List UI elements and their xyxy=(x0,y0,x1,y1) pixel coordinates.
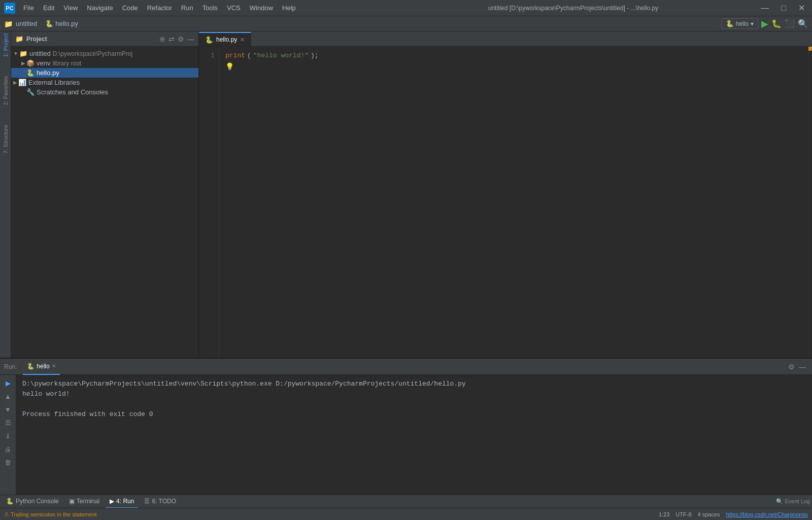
menu-run[interactable]: Run xyxy=(177,3,197,13)
terminal-icon: ▣ xyxy=(69,498,75,505)
panel-collapse-button[interactable]: ⇄ xyxy=(168,35,175,43)
run-play-tool[interactable]: ▶ xyxy=(2,377,14,389)
tab-close-button[interactable]: ✕ xyxy=(240,37,245,43)
run-soft-wrap[interactable]: ⇓ xyxy=(2,430,14,442)
menu-window[interactable]: Window xyxy=(246,3,277,13)
run-tab-close[interactable]: ✕ xyxy=(52,363,56,369)
breadcrumb-file[interactable]: hello.py xyxy=(55,20,78,27)
tab-run[interactable]: ▶ 4: Run xyxy=(106,495,138,508)
run-config-button[interactable]: 🐍 hello ▾ xyxy=(721,18,758,29)
sidebar-item-favorites[interactable]: 2: Favorites xyxy=(3,74,9,107)
status-warning: ⚠ Trailing semicolon in the statement xyxy=(4,511,97,517)
run-scroll-up[interactable]: ▲ xyxy=(2,390,14,402)
run-scroll-down[interactable]: ▼ xyxy=(2,403,14,415)
menu-file[interactable]: File xyxy=(19,3,38,13)
tree-arrow-external[interactable]: ▶ xyxy=(13,80,17,85)
sidebar-item-project[interactable]: 1: Project xyxy=(3,31,9,59)
panel-hide-button[interactable]: — xyxy=(187,35,194,43)
run-stop-button[interactable]: ⬛ xyxy=(785,19,795,28)
maximize-button[interactable]: □ xyxy=(778,3,789,14)
status-right: 🔍 Event Log xyxy=(776,498,810,505)
menu-tools[interactable]: Tools xyxy=(198,3,222,13)
console-output[interactable]: D:\pyworkspace\PycharmProjects\untitled\… xyxy=(16,375,812,495)
status-indent[interactable]: 4 spaces xyxy=(698,511,720,517)
breadcrumb[interactable]: untitled › 🐍 hello.py xyxy=(16,20,78,27)
app-logo: PC xyxy=(4,3,15,14)
tree-arrow-root[interactable]: ▼ xyxy=(13,51,18,56)
tab-python-console[interactable]: 🐍 Python Console xyxy=(2,495,63,508)
run-print[interactable]: 🖨 xyxy=(2,443,14,455)
python-console-icon: 🐍 xyxy=(6,498,14,505)
tree-item-scratches[interactable]: ▶ 🔧 Scratches and Consoles xyxy=(11,87,198,97)
panel-add-button[interactable]: ⊕ xyxy=(159,35,165,43)
warning-icon: ⚠ xyxy=(4,511,9,517)
status-position[interactable]: 1:23 xyxy=(659,511,669,517)
bottom-panel: Run: 🐍 hello ✕ ⚙ — ▶ ▲ ▼ ☰ ⇓ 🖨 🗑 D:\pywo… xyxy=(0,358,812,495)
tree-icon-venv: 📦 xyxy=(26,59,35,67)
event-log-button[interactable]: 🔍 Event Log xyxy=(776,498,810,505)
tree-item-external[interactable]: ▶ 📊 External Libraries xyxy=(11,78,198,87)
project-header-icon: 📁 xyxy=(15,35,23,43)
code-content[interactable]: print("hello world!"); 💡 xyxy=(219,47,808,358)
run-config-dropdown-icon[interactable]: ▾ xyxy=(751,20,754,27)
run-toolbar: 🐍 hello ▾ ▶ 🐛 ⬛ 🔍 xyxy=(721,18,808,29)
menu-view[interactable]: View xyxy=(59,3,82,13)
menu-code[interactable]: Code xyxy=(118,3,142,13)
search-button[interactable]: 🔍 xyxy=(798,19,808,28)
panel-settings-button[interactable]: ⚙ xyxy=(178,35,184,43)
code-editor[interactable]: 1 print("hello world!"); 💡 xyxy=(199,47,812,358)
editor-tab-hello[interactable]: 🐍 hello.py ✕ xyxy=(199,32,251,46)
code-string: "hello world!" xyxy=(253,51,309,61)
todo-label: 6: TODO xyxy=(152,498,176,505)
console-output-line1: hello world! xyxy=(22,389,806,399)
code-line-bulb: 💡 xyxy=(225,61,802,72)
run-debug-button[interactable]: 🐛 xyxy=(771,19,782,28)
run-label: 4: Run xyxy=(116,498,134,505)
status-bar: ⚠ Trailing semicolon in the statement 1:… xyxy=(0,508,812,520)
panel-minimize-icon[interactable]: — xyxy=(799,363,806,371)
minimize-button[interactable]: — xyxy=(758,3,772,14)
editor-tabs: 🐍 hello.py ✕ xyxy=(199,31,812,47)
terminal-label: Terminal xyxy=(77,498,99,505)
run-wrap-toggle[interactable]: ☰ xyxy=(2,417,14,429)
menu-navigate[interactable]: Navigate xyxy=(83,3,117,13)
console-output-blank xyxy=(22,399,806,409)
breadcrumb-project[interactable]: untitled xyxy=(16,20,37,27)
run-config-icon: 🐍 xyxy=(726,20,734,27)
bulb-hint-icon[interactable]: 💡 xyxy=(225,62,234,72)
tree-icon-external: 📊 xyxy=(18,79,26,86)
console-exit-line: Process finished with exit code 0 xyxy=(22,409,806,420)
warning-text: Trailing semicolon in the statement xyxy=(11,511,97,517)
close-button[interactable]: ✕ xyxy=(795,2,808,14)
main-area: 1: Project 2: Favorites 7: Structure 📁 P… xyxy=(0,31,812,358)
bottom-content: ▶ ▲ ▼ ☰ ⇓ 🖨 🗑 D:\pyworkspace\PycharmProj… xyxy=(0,375,812,495)
run-tab-icon: 🐍 xyxy=(27,363,35,370)
menu-help[interactable]: Help xyxy=(278,3,300,13)
run-play-button[interactable]: ▶ xyxy=(761,18,768,29)
tree-label-project-path: D:\pyworkspace\PycharmProj xyxy=(53,50,132,57)
titlebar: PC File Edit View Navigate Code Refactor… xyxy=(0,0,812,16)
project-panel-title: Project xyxy=(26,36,156,43)
status-area: 🐍 Python Console ▣ Terminal ▶ 4: Run ☰ 6… xyxy=(0,495,812,520)
panel-settings-icon[interactable]: ⚙ xyxy=(788,363,795,371)
line-number-1: 1 xyxy=(202,51,215,61)
menu-refactor[interactable]: Refactor xyxy=(143,3,176,13)
bottom-left-strip: ▶ ▲ ▼ ☰ ⇓ 🖨 🗑 xyxy=(0,375,16,495)
tree-arrow-venv[interactable]: ▶ xyxy=(21,60,25,66)
run-config-label: hello xyxy=(736,20,749,27)
tree-item-hello[interactable]: ▶ 🐍 hello.py xyxy=(11,68,198,78)
tab-todo[interactable]: ☰ 6: TODO xyxy=(140,495,180,508)
code-keyword: print xyxy=(225,51,245,61)
bottom-tab-run[interactable]: 🐍 hello ✕ xyxy=(23,359,59,375)
tree-item-root[interactable]: ▼ 📁 untitled D:\pyworkspace\PycharmProj xyxy=(11,49,198,58)
run-clear[interactable]: 🗑 xyxy=(2,456,14,468)
status-url[interactable]: https://blog.csdn.net/Chargnomio xyxy=(726,511,808,517)
tab-terminal[interactable]: ▣ Terminal xyxy=(65,495,104,508)
gutter-warning xyxy=(808,47,812,51)
sidebar-item-structure[interactable]: 7: Structure xyxy=(3,123,9,156)
status-encoding[interactable]: UTF-8 xyxy=(675,511,691,517)
python-console-label: Python Console xyxy=(16,498,59,505)
menu-edit[interactable]: Edit xyxy=(39,3,58,13)
menu-vcs[interactable]: VCS xyxy=(223,3,245,13)
tree-item-venv[interactable]: ▶ 📦 venv library root xyxy=(11,58,198,68)
